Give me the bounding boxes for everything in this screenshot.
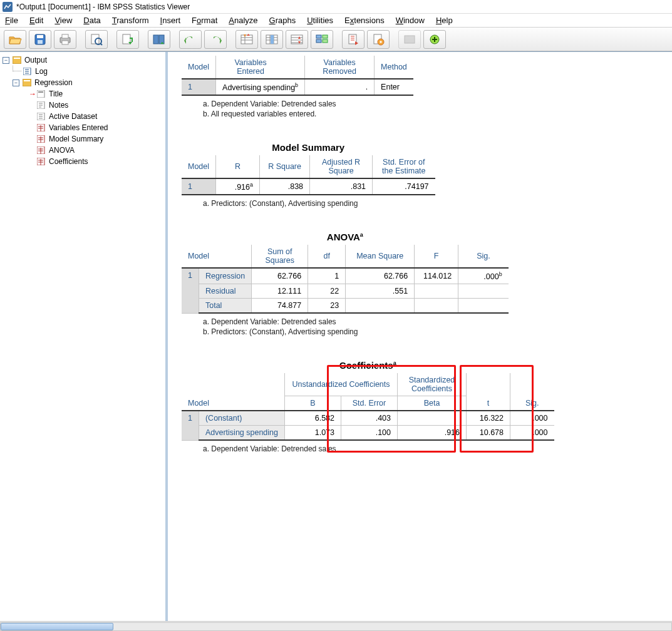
variables-entered-table[interactable]: Model Variables Entered Variables Remove… [182,53,413,118]
tree-coefficients[interactable]: Coefficients [29,156,163,167]
svg-rect-12 [159,35,164,44]
run-pending-button[interactable] [367,30,390,49]
notes-icon [36,101,46,110]
table-icon [36,135,46,143]
menu-utilities[interactable]: Utilities [307,16,333,25]
add-button[interactable] [423,30,446,49]
content-pane[interactable]: Model Variables Entered Variables Remove… [168,52,672,621]
tree-model-summary[interactable]: Model Summary [29,133,163,145]
tree-regression[interactable]: − Regression [13,77,163,88]
table-icon [36,146,46,155]
section-title: ANOVAa [182,232,509,242]
outline-tree: − Output Log − Regression → [3,54,163,167]
col-adj-r2: Adjusted R Square [310,155,373,178]
horizontal-scrollbar[interactable] [0,621,672,631]
goto-case-button[interactable] [235,30,258,49]
titlebar: *Output1 [Document1] - IBM SPSS Statisti… [0,0,672,14]
footnote: a. Dependent Variable: Detrended sales [182,316,509,326]
col-ss: Sum of Squares [252,245,308,268]
scroll-thumb[interactable] [1,623,113,630]
section-title: Coefficientsa [182,360,554,371]
col-model: Model [182,245,252,268]
export-button[interactable] [116,30,139,49]
title-icon [36,90,46,98]
anova-block[interactable]: ANOVAa Model Sum of Squares df Mean Squa… [182,219,509,336]
svg-rect-3 [38,40,43,44]
table-row: Total 74.877 23 [182,299,509,314]
menu-view[interactable]: View [54,16,72,25]
menu-file[interactable]: File [5,16,18,25]
dataset-icon [36,112,46,121]
menu-transform[interactable]: Transform [112,16,149,25]
tree-label: Model Summary [49,133,103,145]
main-area: − Output Log − Regression → [0,51,672,621]
menu-graphs[interactable]: Graphs [269,16,296,25]
coefficients-block[interactable]: Coefficientsa Model Unstandardized Coeff… [182,347,554,453]
svg-rect-17 [316,35,321,38]
regression-icon [22,78,32,87]
collapse-icon[interactable]: − [3,57,9,64]
print-button[interactable] [54,30,76,49]
col-df: df [308,245,346,268]
table-row: 1 .916a .838 .831 .74197 [182,178,435,195]
menu-help[interactable]: Help [436,16,453,25]
tree-notes[interactable]: Notes [29,100,163,111]
menu-data[interactable]: Data [83,16,100,25]
svg-rect-2 [37,35,43,38]
tree-label: Log [35,66,48,77]
tree-active-dataset[interactable]: Active Dataset [29,111,163,122]
tree-title[interactable]: → Title [29,88,163,100]
tree-label: Title [49,88,63,100]
tree-label: Coefficients [49,156,88,167]
open-button[interactable] [4,30,26,49]
goto-variable-button[interactable] [261,30,283,49]
menu-edit[interactable]: Edit [29,16,43,25]
tree-label: Variables Entered [49,122,108,133]
collapse-icon[interactable]: − [13,80,19,86]
tree-log[interactable]: Log [13,66,163,77]
menu-window[interactable]: Window [396,16,425,25]
col-b: B [285,396,341,411]
outline-pane[interactable]: − Output Log − Regression → [0,52,168,621]
svg-line-9 [100,43,102,45]
col-unstd: Unstandardized Coefficients [285,373,398,396]
save-button[interactable] [29,30,51,49]
table-icon [36,157,46,166]
log-icon [23,67,33,76]
col-std: Standardized Coefficients [398,373,467,396]
col-vars-removed: Variables Removed [305,56,375,79]
select-button[interactable] [311,30,333,49]
undo-button[interactable] [179,30,202,49]
col-sig: Sig. [510,373,554,411]
col-f: F [415,245,458,268]
recall-dialog-button[interactable] [148,30,170,49]
menu-extensions[interactable]: Extensions [344,16,385,25]
svg-rect-11 [153,35,158,44]
app-icon [3,2,13,12]
menu-insert[interactable]: Insert [160,16,181,25]
tree-label: Output [24,54,47,66]
col-se: Std. Error of the Estimate [373,155,435,178]
col-sig: Sig. [458,245,509,268]
tree-label: ANOVA [49,145,75,156]
tree-label: Notes [49,100,68,111]
svg-rect-18 [316,39,321,43]
tree-anova[interactable]: ANOVA [29,145,163,156]
redo-button[interactable] [204,30,227,49]
table-row: Advertising spending 1.073 .100 .916 10.… [182,426,554,441]
designate-window-button[interactable] [398,30,421,49]
print-preview-button[interactable] [85,30,108,49]
col-model: Model [182,155,216,178]
footnote: b. Predictors: (Constant), Advertising s… [182,326,509,336]
menu-format[interactable]: Format [192,16,217,25]
menu-analyze[interactable]: Analyze [229,16,257,25]
toolbar [0,28,672,51]
variables-button[interactable] [286,30,308,49]
tree-output[interactable]: − Output [3,54,163,66]
run-button[interactable] [342,30,364,49]
table-row: Residual 12.111 22 .551 [182,284,509,299]
model-summary-block[interactable]: Model Summary Model R R Square Adjusted … [182,130,435,208]
tree-label: Regression [34,77,73,88]
tree-label: Active Dataset [49,111,97,122]
tree-vars-entered[interactable]: Variables Entered [29,122,163,133]
